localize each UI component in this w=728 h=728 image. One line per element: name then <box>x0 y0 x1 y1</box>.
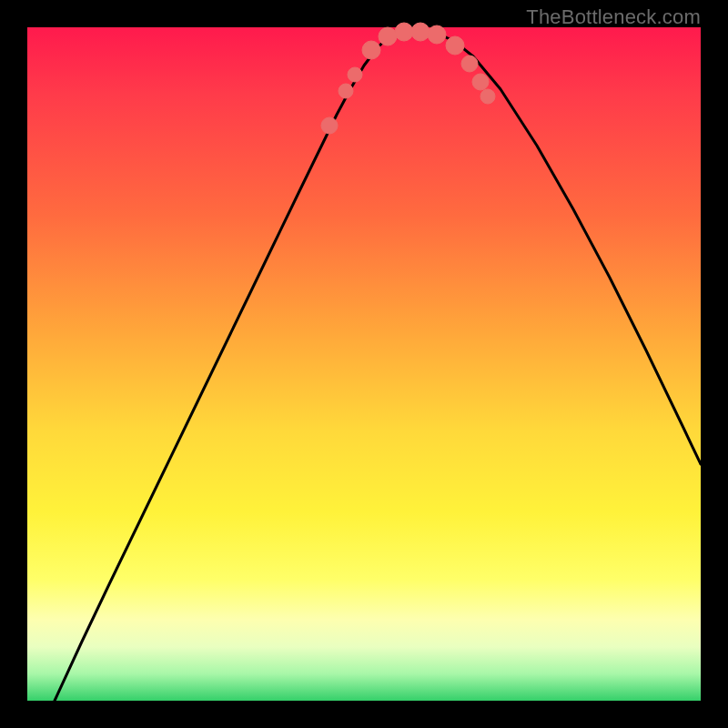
curve-marker <box>446 36 464 55</box>
curve-marker <box>395 23 413 41</box>
curve-marker <box>321 117 338 134</box>
curve-marker <box>428 25 446 44</box>
curve-marker <box>348 67 362 82</box>
curve-marker <box>461 56 478 72</box>
curve-marker <box>411 23 430 41</box>
curve-marker <box>379 27 397 46</box>
curve-marker <box>480 89 495 104</box>
chart-frame: TheBottleneck.com <box>0 0 728 728</box>
curve-svg <box>27 27 701 701</box>
attribution-text: TheBottleneck.com <box>526 5 701 29</box>
plot-area <box>27 27 701 701</box>
bottleneck-curve <box>55 30 701 701</box>
curve-marker <box>472 74 489 90</box>
curve-marker <box>362 41 380 59</box>
curve-markers <box>321 23 495 134</box>
curve-marker <box>339 84 353 98</box>
